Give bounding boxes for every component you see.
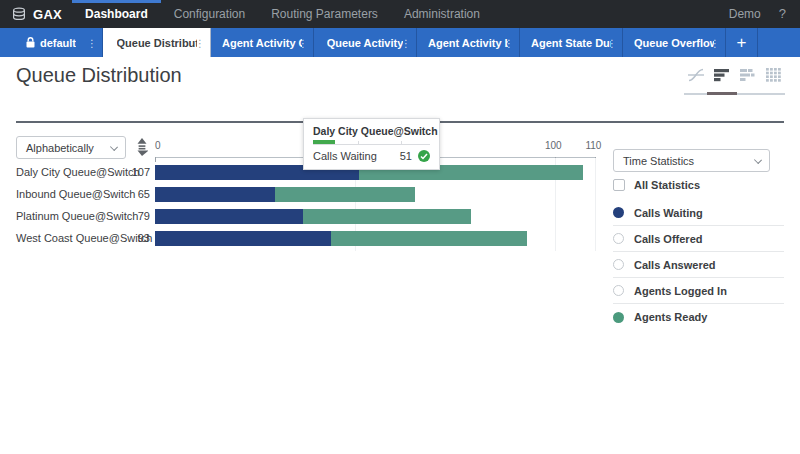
statistic-indicator-icon[interactable] bbox=[613, 207, 624, 218]
brand-name: GAX bbox=[33, 7, 62, 22]
bar-chart-icon[interactable] bbox=[714, 68, 730, 82]
queue-label: Inbound Queue@Switch bbox=[16, 188, 123, 200]
topbar-spacer bbox=[493, 0, 715, 28]
dashboard-tab[interactable]: Agent State Duratio... ⋮ bbox=[520, 28, 623, 57]
top-nav: DashboardConfigurationRouting Parameters… bbox=[72, 0, 493, 28]
statistic-toggle[interactable]: Agents Ready bbox=[613, 304, 784, 330]
dashboard-tab[interactable]: Agent Activity by B... ⋮ bbox=[417, 28, 520, 57]
line-chart-icon[interactable] bbox=[688, 68, 704, 82]
statistic-label: Calls Answered bbox=[634, 259, 716, 271]
queue-label: West Coast Queue@Switch bbox=[16, 232, 123, 244]
tab-label: default bbox=[40, 37, 76, 49]
chart-row: Inbound Queue@Switch 65 bbox=[16, 183, 596, 205]
tab-label: Queue Activity bbox=[327, 37, 404, 49]
tab-menu-icon[interactable]: ⋮ bbox=[710, 37, 720, 48]
statistic-toggle[interactable]: Calls Answered bbox=[613, 252, 784, 278]
bar-chart: Daly City Queue@Switch 107 Inbound Queue… bbox=[16, 161, 596, 249]
dashboard-tab[interactable]: Queue Distribution ⋮ bbox=[103, 28, 211, 57]
statistic-indicator-icon[interactable] bbox=[613, 285, 624, 296]
topbar-nav-item[interactable]: Routing Parameters bbox=[258, 0, 391, 28]
queue-total: 79 bbox=[123, 210, 150, 222]
sort-select[interactable]: Alphabetically bbox=[16, 136, 126, 159]
tab-label: Agent Activity by B... bbox=[428, 37, 508, 49]
statistic-toggle[interactable]: Calls Offered bbox=[613, 226, 784, 252]
all-statistics-label: All Statistics bbox=[634, 179, 700, 191]
bar-segment-calls-waiting[interactable] bbox=[155, 209, 303, 224]
chevron-down-icon bbox=[754, 156, 762, 164]
tab-label: Agent Activity Glob... bbox=[222, 37, 302, 49]
dashboard-tab[interactable]: Agent Activity Glob... ⋮ bbox=[211, 28, 314, 57]
stacked-bar bbox=[155, 187, 415, 202]
statistic-label: Agents Logged In bbox=[634, 285, 727, 297]
lock-icon bbox=[26, 37, 35, 48]
dashboard-tab[interactable]: default ⋮ bbox=[0, 28, 103, 57]
stacked-bar bbox=[155, 209, 471, 224]
topbar-nav-item[interactable]: Configuration bbox=[161, 0, 258, 28]
tab-menu-icon[interactable]: ⋮ bbox=[607, 37, 617, 48]
bar-segment-agents-ready[interactable] bbox=[303, 209, 471, 224]
tab-menu-icon[interactable]: ⋮ bbox=[298, 37, 308, 48]
queue-total: 65 bbox=[123, 188, 150, 200]
chart-row: West Coast Queue@Switch 93 bbox=[16, 227, 596, 249]
tooltip-title: Daly City Queue@Switch bbox=[313, 125, 430, 137]
main-content: Queue Distribution Alphabetically 010011… bbox=[0, 57, 800, 454]
tab-label: Queue Overflow Re... bbox=[634, 37, 714, 49]
statistic-label: Calls Waiting bbox=[634, 207, 703, 219]
chart-type-switcher bbox=[688, 68, 782, 82]
time-statistics-value: Time Statistics bbox=[623, 155, 694, 167]
tab-menu-icon[interactable]: ⋮ bbox=[195, 37, 205, 48]
dashboard-tab[interactable]: Queue Overflow Re... ⋮ bbox=[623, 28, 726, 57]
x-axis-tick-label: 100 bbox=[545, 140, 562, 151]
statistic-indicator-icon[interactable] bbox=[613, 259, 624, 270]
tab-menu-icon[interactable]: ⋮ bbox=[87, 37, 97, 48]
statistic-indicator-icon[interactable] bbox=[613, 233, 624, 244]
user-menu[interactable]: Demo bbox=[715, 0, 775, 28]
statistics-legend: Calls Waiting Calls Offered Calls Answer… bbox=[613, 200, 784, 330]
statistic-toggle[interactable]: Calls Waiting bbox=[613, 200, 784, 226]
add-tab-button[interactable]: + bbox=[726, 28, 758, 57]
chart-type-active-underline bbox=[684, 93, 785, 95]
x-axis-tick-label: 110 bbox=[585, 140, 601, 151]
top-app-bar: GAX DashboardConfigurationRouting Parame… bbox=[0, 0, 800, 28]
grid-view-icon[interactable] bbox=[766, 68, 782, 82]
tab-menu-icon[interactable]: ⋮ bbox=[504, 37, 514, 48]
queue-label: Daly City Queue@Switch bbox=[16, 166, 123, 178]
statistic-indicator-icon[interactable] bbox=[613, 312, 624, 323]
tooltip-mini-bar bbox=[313, 141, 430, 145]
check-circle-icon bbox=[418, 150, 430, 162]
statistic-label: Calls Offered bbox=[634, 233, 702, 245]
queue-label: Platinum Queue@Switch bbox=[16, 210, 123, 222]
dashboard-tab-bar: default ⋮ Queue Distribution ⋮ Agent Act… bbox=[0, 28, 800, 57]
sort-select-value: Alphabetically bbox=[26, 142, 94, 154]
bar-segment-calls-waiting[interactable] bbox=[155, 231, 331, 246]
stacked-bar bbox=[155, 231, 527, 246]
dashboard-tab[interactable]: Queue Activity ⋮ bbox=[314, 28, 417, 57]
brand: GAX bbox=[0, 0, 72, 28]
gax-logo-icon bbox=[12, 7, 26, 21]
bar-segment-agents-ready[interactable] bbox=[331, 231, 527, 246]
stacked-chart-icon[interactable] bbox=[740, 68, 756, 82]
statistic-label: Agents Ready bbox=[634, 311, 707, 323]
time-statistics-select[interactable]: Time Statistics bbox=[613, 149, 770, 172]
queue-total: 107 bbox=[123, 166, 150, 178]
sort-direction-icon[interactable] bbox=[136, 138, 148, 156]
tab-label: Agent State Duratio... bbox=[531, 37, 611, 49]
x-axis-tick-label: 0 bbox=[155, 140, 161, 151]
topbar-nav-item[interactable]: Administration bbox=[391, 0, 493, 28]
page-title: Queue Distribution bbox=[16, 64, 182, 87]
bar-segment-calls-waiting[interactable] bbox=[155, 187, 275, 202]
tooltip-stat-value: 51 bbox=[400, 150, 412, 162]
statistic-toggle[interactable]: Agents Logged In bbox=[613, 278, 784, 304]
queue-total: 93 bbox=[123, 232, 150, 244]
topbar-nav-item[interactable]: Dashboard bbox=[72, 0, 161, 28]
chevron-down-icon bbox=[110, 143, 118, 151]
chart-tooltip: Daly City Queue@Switch Calls Waiting 51 bbox=[303, 118, 440, 170]
tab-label: Queue Distribution bbox=[117, 37, 197, 49]
tooltip-stat-label: Calls Waiting bbox=[313, 150, 400, 162]
chart-row: Platinum Queue@Switch 79 bbox=[16, 205, 596, 227]
tab-menu-icon[interactable]: ⋮ bbox=[401, 37, 411, 48]
all-statistics-checkbox[interactable] bbox=[613, 179, 625, 191]
bar-segment-agents-ready[interactable] bbox=[275, 187, 415, 202]
help-button[interactable]: ? bbox=[775, 0, 800, 28]
all-statistics-toggle[interactable]: All Statistics bbox=[613, 179, 700, 191]
